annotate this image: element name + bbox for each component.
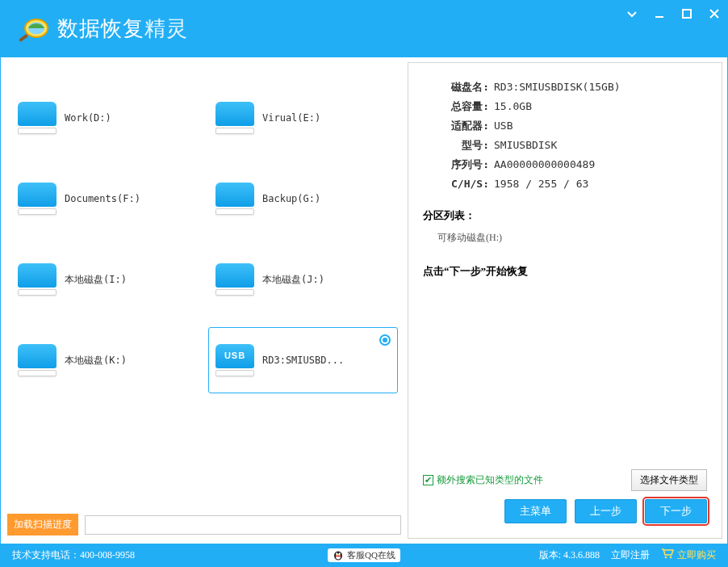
partition-item[interactable]: 可移动磁盘(H:) (437, 231, 707, 245)
svg-point-9 (337, 554, 339, 555)
disk-label: Virual(E:) (262, 112, 320, 124)
info-label-size: 总容量: (423, 97, 494, 116)
svg-point-12 (670, 556, 672, 559)
selected-radio-icon (379, 334, 391, 346)
load-progress-row: 加载扫描进度 (6, 510, 403, 539)
info-label-serial: 序列号: (423, 155, 494, 174)
app-logo-icon (15, 10, 51, 46)
menu-dropdown-icon[interactable] (625, 7, 638, 20)
svg-point-7 (336, 552, 337, 554)
nav-button-row: 主菜单 上一步 下一步 (423, 491, 707, 523)
info-row-size: 总容量: 15.0GB (423, 97, 707, 116)
close-icon[interactable] (708, 7, 721, 20)
qq-penguin-icon (333, 549, 344, 561)
app-title: 数据恢复精灵 (57, 15, 188, 43)
disk-info-table: 磁盘名: RD3:SMIUSBDISK(15GB) 总容量: 15.0GB 适配… (423, 78, 707, 194)
info-row-name: 磁盘名: RD3:SMIUSBDISK(15GB) (423, 78, 707, 97)
disk-label: 本地磁盘(J:) (262, 273, 324, 287)
info-row-model: 型号: SMIUSBDISK (423, 136, 707, 155)
disk-item[interactable]: 本地磁盘(K:) (10, 327, 200, 393)
hard-disk-icon (215, 263, 254, 296)
main-menu-button[interactable]: 主菜单 (504, 499, 567, 523)
disk-label: 本地磁盘(K:) (65, 354, 127, 368)
hard-disk-icon (215, 183, 254, 215)
checkbox-checked-icon: ✔ (423, 475, 433, 485)
content-area: Work(D:)Virual(E:)Documents(F:)Backup(G:… (1, 57, 727, 544)
buy-now-link[interactable]: 立即购买 (661, 548, 716, 562)
hard-disk-icon (215, 102, 254, 134)
extra-search-checkbox[interactable]: ✔ 额外搜索已知类型的文件 (423, 473, 543, 487)
info-row-adapter: 适配器: USB (423, 116, 707, 136)
load-progress-input[interactable] (85, 515, 401, 535)
info-value-model: SMIUSBDISK (494, 136, 707, 155)
qq-support-badge[interactable]: 客服QQ在线 (328, 548, 400, 562)
app-title-part1: 数据恢复 (57, 16, 144, 40)
load-progress-button[interactable]: 加载扫描进度 (7, 514, 78, 536)
hint-text: 点击“下一步”开始恢复 (423, 264, 707, 279)
logo-area: 数据恢复精灵 (1, 1, 203, 56)
extra-search-label: 额外搜索已知类型的文件 (437, 473, 543, 487)
extra-options-row: ✔ 额外搜索已知类型的文件 选择文件类型 (423, 469, 707, 491)
disk-item[interactable]: 本地磁盘(J:) (208, 246, 398, 313)
status-bar: 技术支持电话：400-008-9958 客服QQ在线 版本: 4.3.6.888… (1, 544, 727, 566)
disk-item[interactable]: Work(D:) (10, 85, 200, 151)
next-step-button[interactable]: 下一步 (645, 499, 707, 523)
version-value: 4.3.6.888 (563, 549, 600, 561)
disk-item[interactable]: USBRD3:SMIUSBD... (208, 327, 398, 393)
disk-item[interactable]: 本地磁盘(I:) (10, 246, 200, 313)
disk-label: 本地磁盘(I:) (65, 273, 127, 287)
disk-item[interactable]: Documents(F:) (10, 166, 200, 232)
left-panel: Work(D:)Virual(E:)Documents(F:)Backup(G:… (6, 62, 403, 539)
partition-list-title: 分区列表： (423, 208, 707, 223)
info-label-name: 磁盘名: (423, 78, 494, 97)
info-row-serial: 序列号: AA00000000000489 (423, 155, 707, 174)
minimize-icon[interactable] (653, 7, 666, 20)
hard-disk-icon (18, 263, 56, 296)
disk-item[interactable]: Virual(E:) (208, 85, 398, 151)
qq-support-label: 客服QQ在线 (347, 549, 395, 561)
svg-rect-4 (683, 10, 691, 18)
svg-point-8 (339, 552, 341, 554)
svg-rect-10 (336, 556, 341, 556)
select-file-type-button[interactable]: 选择文件类型 (631, 469, 707, 491)
register-link[interactable]: 立即注册 (611, 548, 650, 562)
disk-label: RD3:SMIUSBD... (262, 355, 344, 366)
info-value-name: RD3:SMIUSBDISK(15GB) (494, 78, 707, 97)
disk-label: Backup(G:) (262, 193, 320, 204)
buy-now-label: 立即购买 (677, 548, 716, 562)
window-controls (625, 7, 721, 20)
status-right: 版本: 4.3.6.888 立即注册 立即购买 (400, 548, 716, 562)
cart-icon (661, 548, 674, 562)
info-value-adapter: USB (494, 116, 707, 136)
version-label: 版本: (539, 549, 561, 561)
disk-label: Work(D:) (65, 112, 111, 124)
disk-item[interactable]: Backup(G:) (208, 166, 398, 232)
disk-label: Documents(F:) (65, 193, 140, 204)
app-title-part2: 精灵 (144, 16, 188, 40)
info-label-chs: C/H/S: (423, 174, 494, 194)
version-info: 版本: 4.3.6.888 (539, 548, 600, 562)
hard-disk-icon (18, 344, 56, 376)
info-value-serial: AA00000000000489 (494, 155, 707, 174)
info-label-adapter: 适配器: (423, 116, 494, 136)
hard-disk-icon (18, 183, 56, 215)
maximize-icon[interactable] (680, 7, 693, 20)
info-value-chs: 1958 / 255 / 63 (494, 174, 707, 194)
svg-rect-3 (655, 16, 663, 18)
title-bar: 数据恢复精灵 (1, 1, 727, 57)
app-window: 数据恢复精灵 Work(D:)Virual(E:)Documents(F:)Ba… (0, 0, 728, 567)
svg-point-11 (665, 556, 667, 559)
usb-disk-icon: USB (215, 344, 254, 376)
disk-grid: Work(D:)Virual(E:)Documents(F:)Backup(G:… (6, 62, 403, 510)
info-value-size: 15.0GB (494, 97, 707, 116)
right-panel: 磁盘名: RD3:SMIUSBDISK(15GB) 总容量: 15.0GB 适配… (408, 62, 722, 539)
support-phone: 技术支持电话：400-008-9958 (12, 548, 328, 562)
info-label-model: 型号: (423, 136, 494, 155)
prev-step-button[interactable]: 上一步 (575, 499, 637, 523)
info-row-chs: C/H/S: 1958 / 255 / 63 (423, 174, 707, 194)
hard-disk-icon (18, 102, 56, 134)
svg-rect-2 (19, 34, 28, 42)
